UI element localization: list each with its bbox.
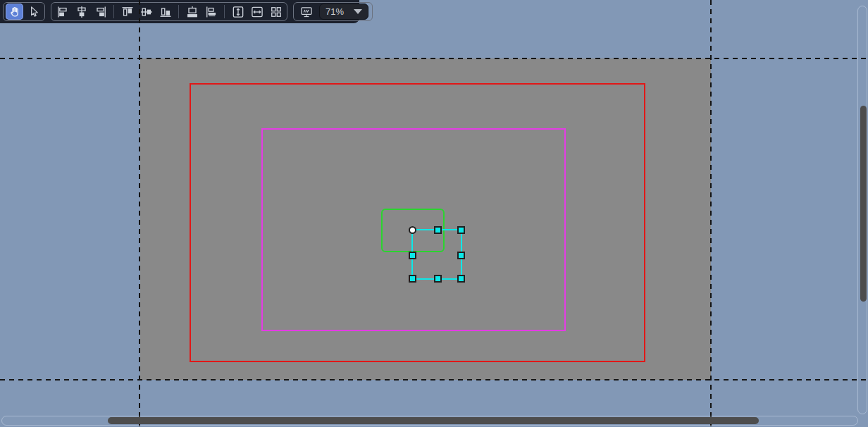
arrange-grid-icon — [269, 5, 283, 19]
align-left-button[interactable] — [54, 4, 71, 20]
horizontal-scrollbar-thumb[interactable] — [108, 417, 759, 424]
selection-handle-top[interactable] — [434, 226, 442, 234]
zoom-level-value: 71% — [326, 6, 344, 17]
selection-handle-bottom[interactable] — [434, 275, 442, 283]
send-to-bottom-button[interactable] — [183, 4, 201, 20]
toolbar-separator — [178, 5, 179, 18]
toolbar-separator — [224, 5, 225, 18]
fit-to-screen-button[interactable] — [297, 4, 315, 20]
fit-width-icon — [250, 5, 264, 19]
pointer-tool-button[interactable] — [25, 4, 42, 20]
align-bottom-button[interactable] — [156, 4, 174, 20]
hand-icon — [8, 5, 22, 19]
send-to-left-icon — [204, 5, 218, 19]
align-right-icon — [94, 5, 108, 19]
hand-tool-button[interactable] — [6, 4, 23, 20]
align-top-button[interactable] — [118, 4, 136, 20]
selected-cyan-rectangle[interactable] — [411, 229, 462, 280]
selection-handle-right[interactable] — [457, 252, 465, 259]
tool-select-group — [3, 2, 45, 21]
align-left-icon — [56, 5, 70, 19]
zoom-group: 71% — [293, 2, 373, 21]
toolbar: 71% — [0, 0, 359, 23]
selection-handle-bottom-left[interactable] — [409, 275, 416, 283]
fit-height-button[interactable] — [229, 4, 247, 20]
selection-anchor-point[interactable] — [409, 226, 416, 234]
send-to-bottom-icon — [185, 5, 199, 19]
align-bottom-icon — [159, 5, 173, 19]
align-center-horizontal-icon — [75, 5, 89, 19]
zoom-level-dropdown[interactable]: 71% — [319, 4, 368, 20]
align-middle-vertical-icon — [140, 5, 154, 19]
pointer-icon — [27, 5, 41, 19]
selection-handle-bottom-right[interactable] — [457, 275, 465, 283]
align-middle-vertical-button[interactable] — [137, 4, 155, 20]
vertical-scrollbar-thumb[interactable] — [860, 106, 867, 302]
selection-handle-top-right[interactable] — [457, 226, 465, 234]
align-top-icon — [120, 5, 135, 19]
align-right-button[interactable] — [92, 4, 109, 20]
chevron-down-icon — [354, 9, 362, 14]
alignment-group — [51, 2, 287, 21]
toolbar-separator — [113, 5, 114, 18]
arrange-grid-button[interactable] — [267, 4, 285, 20]
fit-height-icon — [231, 5, 245, 19]
align-center-horizontal-button[interactable] — [73, 4, 90, 20]
monitor-icon — [299, 5, 314, 19]
fit-width-button[interactable] — [248, 4, 266, 20]
selection-handle-left[interactable] — [409, 252, 416, 259]
send-to-left-button[interactable] — [202, 4, 220, 20]
